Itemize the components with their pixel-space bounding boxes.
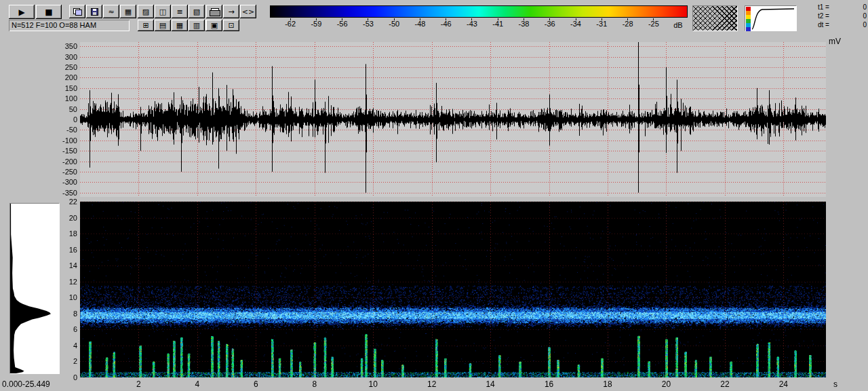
db-scale-label: -36 <box>537 18 563 29</box>
levels-button[interactable]: ≡ <box>172 5 188 18</box>
output-button-group: →<> <box>206 5 256 18</box>
tick-label: 4 <box>189 379 205 389</box>
tick-label: 14 <box>482 379 498 389</box>
shading-button[interactable]: ▨ <box>138 5 154 18</box>
time-unit-label: s <box>833 379 837 389</box>
tick-label: 6 <box>62 325 77 333</box>
db-scale-label: -25 <box>641 18 667 29</box>
rows-view-button[interactable]: ▤ <box>155 20 171 31</box>
tick-label: 12 <box>424 379 440 389</box>
tick-label: 6 <box>248 379 264 389</box>
spectrogram-plot[interactable] <box>80 202 826 377</box>
spectrogram-view-button[interactable]: ▦ <box>120 5 136 18</box>
analysis-settings-box: N=512 F=100 O=88 HAM <box>9 20 130 31</box>
grid-view-button[interactable]: ⊞ <box>138 20 154 31</box>
readout-row: t2 =0 <box>818 12 867 20</box>
markers-button[interactable]: <> <box>240 5 256 18</box>
tick-label: 350 <box>56 42 77 50</box>
tick-label: 300 <box>56 53 77 61</box>
readout-value: 0 <box>863 12 867 20</box>
db-scale-label: -38 <box>511 18 536 29</box>
focus-view-button[interactable]: ▣ <box>206 20 222 31</box>
db-colorbar-labels: -62-59-56-53-50-48-46-43-41-38-36-34-31-… <box>270 18 688 29</box>
tick-label: -50 <box>56 126 77 134</box>
view-button-group-2: ▨◫≡▧ <box>138 5 205 18</box>
readout-row: dt =0 <box>818 20 867 29</box>
db-scale-label: -31 <box>589 18 614 29</box>
db-scale-label: -28 <box>614 18 640 29</box>
analysis-settings-text: N=512 F=100 O=88 HAM <box>9 20 130 31</box>
stop-button[interactable]: ■ <box>36 5 62 19</box>
tick-label: 250 <box>56 63 77 71</box>
tick-label: 16 <box>541 379 557 389</box>
tick-label: 8 <box>62 310 77 318</box>
play-icon: ▶ <box>18 8 24 16</box>
floppy-icon <box>91 8 98 16</box>
save-button[interactable] <box>86 5 102 18</box>
tick-label: 50 <box>56 105 77 113</box>
time-marker-readouts: t1 =0t2 =0dt =0 <box>818 3 867 29</box>
db-colorbar-gradient[interactable] <box>270 5 688 18</box>
db-scale-label: -43 <box>459 18 485 29</box>
levels-icon: ≡ <box>176 8 182 16</box>
db-scale-label: -34 <box>563 18 589 29</box>
texture-preview-panel[interactable] <box>692 5 738 31</box>
tick-label: 4 <box>62 341 77 350</box>
tick-label: -350 <box>56 189 77 197</box>
average-spectrum-panel <box>9 203 60 374</box>
split-view-icon: ◫ <box>159 8 166 16</box>
table-view-button[interactable]: ▦ <box>172 20 188 31</box>
tick-label: 2 <box>62 357 77 365</box>
tile-windows-button[interactable] <box>69 5 85 18</box>
export-button[interactable]: → <box>223 5 239 18</box>
tick-label: -100 <box>56 136 77 145</box>
palette-curve-canvas <box>746 7 797 31</box>
db-scale-label: -56 <box>330 18 355 29</box>
readout-label: t1 = <box>818 3 829 12</box>
split-view-button[interactable]: ◫ <box>155 5 171 18</box>
tick-label: -150 <box>56 147 77 155</box>
spectrogram-icon: ▦ <box>125 8 132 16</box>
readout-label: dt = <box>818 20 829 29</box>
tick-label: 8 <box>307 379 323 389</box>
db-scale-label: -41 <box>485 18 511 29</box>
print-button[interactable] <box>206 5 222 18</box>
tick-label: 20 <box>658 379 674 389</box>
tick-label: 0 <box>62 373 77 381</box>
edit-view-button[interactable]: ⊡ <box>223 20 239 31</box>
tick-label: 100 <box>56 94 77 103</box>
oscillogram-view-button[interactable]: ≈ <box>103 5 119 18</box>
db-scale-label: -48 <box>407 18 433 29</box>
tick-label: -250 <box>56 168 77 176</box>
waveform-unit-label: mV <box>829 37 841 46</box>
transport-button-group: ▶■ <box>9 5 62 19</box>
tick-label: 16 <box>62 246 77 254</box>
tick-label: -300 <box>56 178 77 186</box>
palette-curve-panel[interactable] <box>745 5 797 31</box>
tick-label: 18 <box>62 229 77 238</box>
play-button[interactable]: ▶ <box>9 5 35 19</box>
hatch-view-icon: ▧ <box>193 8 200 16</box>
columns-icon: ▥ <box>193 22 200 29</box>
average-spectrum-canvas <box>10 204 59 373</box>
rows-icon: ▤ <box>159 22 166 29</box>
stop-icon: ■ <box>45 8 52 16</box>
tick-label: 200 <box>56 73 77 81</box>
tick-label: 10 <box>365 379 381 389</box>
tick-label: 2 <box>130 379 146 389</box>
angle-markers-icon: <> <box>242 8 254 16</box>
oscillogram-plot[interactable] <box>80 42 826 197</box>
readout-label: t2 = <box>818 12 829 20</box>
db-scale-label: -53 <box>355 18 381 29</box>
time-range-label: 0.000-25.449 <box>2 379 50 389</box>
columns-view-button[interactable]: ▥ <box>189 20 205 31</box>
edit-icon: ⊡ <box>228 22 234 29</box>
db-scale-label: -50 <box>381 18 407 29</box>
tick-label: 22 <box>717 379 733 389</box>
tick-label: -200 <box>56 157 77 166</box>
shading-icon: ▨ <box>142 8 149 16</box>
readout-value: 0 <box>863 3 867 12</box>
tick-label: 24 <box>775 379 791 389</box>
hatch-view-button[interactable]: ▧ <box>189 5 205 18</box>
tick-label: 14 <box>62 261 77 269</box>
